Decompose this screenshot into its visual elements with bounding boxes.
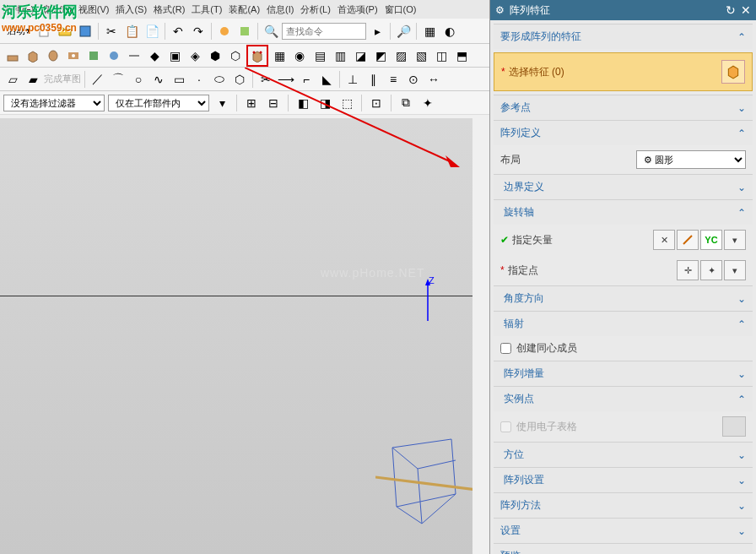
feature6-icon[interactable] [105, 46, 123, 65]
section-instance-points[interactable]: 实例点⌃ [494, 386, 753, 411]
feature15-icon[interactable]: ◉ [290, 46, 309, 65]
scope-filter-dropdown[interactable]: 仅在工作部件内 [108, 95, 209, 111]
constraint2-icon[interactable]: ∥ [364, 70, 382, 89]
feature19-icon[interactable]: ◩ [371, 46, 390, 65]
line-icon[interactable]: ／ [89, 70, 107, 89]
vector-inferred-icon[interactable] [677, 230, 699, 250]
menu-insert[interactable]: 插入(S) [116, 3, 147, 16]
sel3-icon[interactable]: ◧ [294, 94, 312, 112]
feature7-icon[interactable] [125, 46, 143, 65]
redo-icon[interactable]: ↷ [189, 22, 208, 41]
panel-close-icon[interactable]: ✕ [741, 3, 751, 17]
point-icon[interactable]: · [190, 70, 208, 89]
sel6-icon[interactable]: ⊡ [367, 94, 386, 112]
extrude-icon[interactable] [24, 46, 42, 65]
menu-tools[interactable]: 工具(T) [192, 3, 222, 16]
panel-reset-icon[interactable]: ↻ [726, 3, 736, 17]
graphics-viewport[interactable]: www.pHome.NET Z [0, 118, 472, 554]
vector-yc-button[interactable]: YC [700, 230, 722, 250]
feature18-icon[interactable]: ◪ [351, 46, 370, 65]
section-boundary-def[interactable]: 边界定义⌄ [494, 174, 753, 199]
section-orientation[interactable]: 方位⌄ [494, 442, 753, 467]
feature10-icon[interactable]: ◈ [186, 46, 204, 65]
section-angular-direction[interactable]: 角度方向⌄ [494, 285, 753, 311]
revolve-icon[interactable] [44, 46, 62, 65]
sel7-icon[interactable]: ⧉ [397, 94, 415, 112]
feature8-icon[interactable]: ◆ [145, 46, 164, 65]
menu-preferences[interactable]: 首选项(P) [338, 3, 378, 16]
sel8-icon[interactable]: ✦ [418, 94, 437, 112]
point-inferred-icon[interactable]: ✦ [700, 260, 722, 280]
search-go-icon[interactable]: ▸ [368, 22, 386, 41]
feature20-icon[interactable]: ▨ [392, 46, 410, 65]
feature12-icon[interactable]: ⬡ [226, 46, 245, 65]
copy-icon[interactable]: 📋 [122, 22, 141, 41]
feature14-icon[interactable]: ▦ [270, 46, 289, 65]
sel4-icon[interactable]: ◨ [316, 94, 334, 112]
menu-analysis[interactable]: 分析(L) [300, 3, 330, 16]
extend-icon[interactable]: ⟶ [277, 70, 295, 89]
dim-icon[interactable]: ↔ [424, 70, 443, 89]
cut-icon[interactable]: ✂ [102, 22, 121, 41]
feature16-icon[interactable]: ▤ [310, 46, 329, 65]
vector-dialog-icon[interactable]: ✕ [653, 230, 675, 250]
tool2-icon[interactable] [235, 22, 254, 41]
section-rotation-axis[interactable]: 旋转轴⌃ [494, 199, 753, 225]
circle-icon[interactable]: ○ [129, 70, 148, 89]
search-input[interactable] [282, 23, 366, 40]
save-icon[interactable] [76, 22, 94, 41]
feature23-icon[interactable]: ⬒ [452, 46, 471, 65]
feature17-icon[interactable]: ▥ [331, 46, 349, 65]
paste-icon[interactable]: 📄 [143, 22, 161, 41]
menu-assembly[interactable]: 装配(A) [229, 3, 260, 16]
menu-view[interactable]: 视图(V) [78, 3, 110, 16]
arc-icon[interactable]: ⌒ [109, 70, 127, 89]
grid-icon[interactable]: ▦ [420, 22, 439, 41]
sel1-icon[interactable]: ⊞ [242, 94, 261, 112]
feature9-icon[interactable]: ▣ [165, 46, 184, 65]
menu-window[interactable]: 窗口(O) [385, 3, 417, 16]
render-icon[interactable]: ◐ [440, 22, 459, 41]
fillet-icon[interactable]: ⌐ [297, 70, 316, 89]
chamfer-icon[interactable]: ◣ [317, 70, 336, 89]
curve2-icon[interactable]: ∿ [149, 70, 168, 89]
section-pattern-increment[interactable]: 阵列增量⌄ [494, 361, 753, 386]
layout-dropdown[interactable]: ⚙ 圆形 [636, 150, 746, 169]
filter-icon[interactable]: ▾ [213, 94, 231, 112]
select-feature-row[interactable]: * 选择特征 (0) [494, 52, 753, 91]
tool-icon[interactable] [215, 22, 234, 41]
gear-icon[interactable]: ⚙ [495, 4, 505, 16]
menu-format[interactable]: 格式(R) [154, 3, 185, 16]
constraint1-icon[interactable]: ⊥ [343, 70, 362, 89]
zoom-icon[interactable]: 🔎 [394, 22, 413, 41]
sketch-on-path-icon[interactable]: ▰ [24, 70, 42, 89]
sketch-plane-icon[interactable]: ▱ [3, 70, 22, 89]
constraint4-icon[interactable]: ⊙ [404, 70, 423, 89]
constraint3-icon[interactable]: ≡ [384, 70, 402, 89]
point-dialog-icon[interactable]: ✛ [677, 260, 699, 280]
rectangle-icon[interactable]: ▭ [170, 70, 188, 89]
polygon-icon[interactable]: ⬡ [230, 70, 249, 89]
hole-icon[interactable] [64, 46, 83, 65]
pattern-feature-icon[interactable] [246, 45, 268, 67]
create-concentric-row[interactable]: 创建同心成员 [494, 336, 753, 361]
feature21-icon[interactable]: ▧ [412, 46, 430, 65]
select-feature-cube-icon[interactable] [721, 60, 745, 84]
section-pattern-settings[interactable]: 阵列设置⌄ [494, 467, 753, 492]
finish-sketch-button[interactable]: 完成草图 [44, 70, 81, 89]
section-reference-point[interactable]: 参考点⌄ [494, 95, 753, 120]
vector-dropdown-icon[interactable]: ▾ [724, 230, 746, 250]
sel5-icon[interactable]: ⬚ [338, 94, 356, 112]
feature22-icon[interactable]: ◫ [432, 46, 451, 65]
section-settings[interactable]: 设置⌄ [494, 518, 753, 543]
feature11-icon[interactable]: ⬢ [206, 46, 224, 65]
undo-icon[interactable]: ↶ [169, 22, 187, 41]
ellipse-icon[interactable]: ⬭ [210, 70, 229, 89]
sketch-icon[interactable] [3, 46, 22, 65]
create-concentric-checkbox[interactable] [500, 343, 511, 354]
section-features-to-pattern[interactable]: 要形成阵列的特征⌃ [494, 24, 753, 49]
menu-info[interactable]: 信息(I) [267, 3, 294, 16]
selection-filter-dropdown[interactable]: 没有选择过滤器 [3, 95, 105, 111]
point-dropdown-icon[interactable]: ▾ [724, 260, 746, 280]
command-finder-icon[interactable]: 🔍 [262, 22, 280, 41]
